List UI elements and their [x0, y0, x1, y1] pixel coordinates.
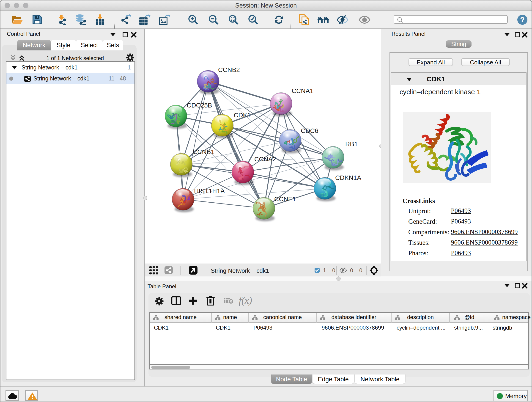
svg-text:CDC25B: CDC25B: [187, 102, 212, 109]
svg-text:CDKN1A: CDKN1A: [335, 174, 361, 181]
svg-text:?: ?: [520, 16, 525, 24]
svg-text:CCNB1: CCNB1: [193, 148, 215, 155]
svg-text:CCNE1: CCNE1: [274, 196, 296, 203]
svg-text:CCNA1: CCNA1: [292, 87, 313, 95]
svg-text:CCNA2: CCNA2: [254, 156, 276, 163]
svg-text:CDK1: CDK1: [234, 112, 251, 119]
svg-text:HIST1H1A: HIST1H1A: [194, 187, 225, 195]
svg-text:CCNB2: CCNB2: [218, 66, 240, 73]
svg-text:RB1: RB1: [345, 140, 358, 148]
svg-text:CDC6: CDC6: [301, 127, 318, 134]
